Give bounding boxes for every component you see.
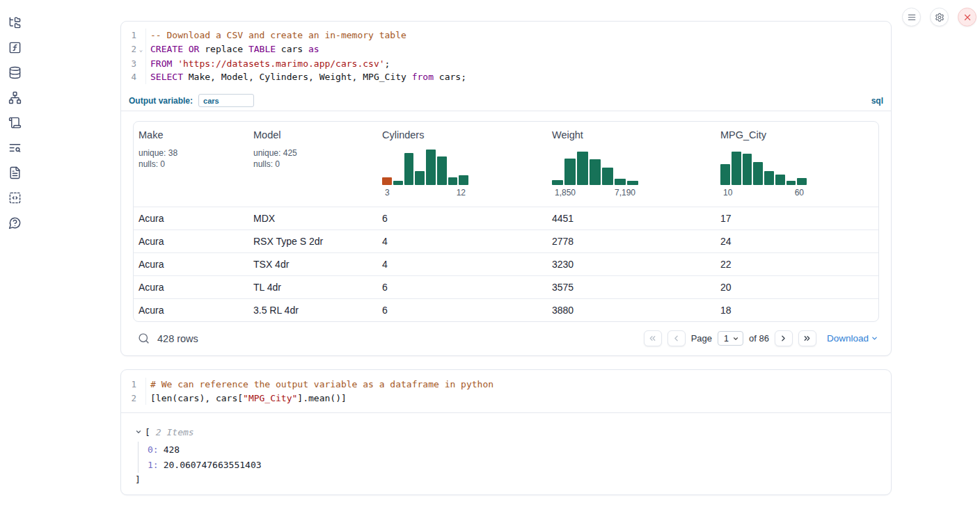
python-cell: 1# We can reference the output variable … bbox=[120, 369, 892, 495]
histogram-bar[interactable] bbox=[426, 150, 436, 184]
gear-icon[interactable] bbox=[930, 8, 949, 26]
output-variable-input[interactable] bbox=[198, 94, 254, 107]
column-histogram: 312 bbox=[382, 149, 468, 198]
data-table: Makeunique: 38nulls: 0Modelunique: 425nu… bbox=[133, 121, 879, 322]
function-icon[interactable] bbox=[7, 40, 23, 56]
page-select-value: 1 bbox=[724, 334, 729, 344]
scroll-icon[interactable] bbox=[7, 115, 23, 131]
table-row[interactable]: AcuraMDX6445117 bbox=[134, 207, 878, 230]
table-cell: 18 bbox=[716, 305, 878, 316]
histogram-bars bbox=[720, 149, 807, 185]
close-icon[interactable] bbox=[958, 8, 977, 26]
page-select[interactable]: 1 bbox=[718, 331, 743, 346]
log-search-icon[interactable] bbox=[7, 140, 23, 156]
histogram-bar[interactable] bbox=[415, 171, 425, 185]
table-row[interactable]: AcuraTL 4dr6357520 bbox=[134, 275, 878, 298]
column-name: Weight bbox=[552, 129, 716, 140]
histogram-bar[interactable] bbox=[764, 171, 774, 185]
histogram-bar[interactable] bbox=[602, 168, 613, 185]
menu-icon[interactable] bbox=[902, 8, 921, 26]
code-text: [len(cars), cars["MPG_City"].mean()] bbox=[146, 392, 347, 405]
histogram-min-label: 10 bbox=[723, 188, 732, 198]
histogram-bar[interactable] bbox=[564, 159, 576, 184]
last-page-button[interactable] bbox=[798, 330, 816, 346]
code-line: 2⌄CREATE OR replace TABLE cars as bbox=[121, 42, 891, 57]
histogram-bar[interactable] bbox=[732, 152, 741, 185]
dependency-graph-icon[interactable] bbox=[7, 90, 23, 106]
column-name: Cylinders bbox=[382, 129, 547, 140]
table-row[interactable]: AcuraRSX Type S 2dr4277824 bbox=[134, 230, 878, 252]
histogram-bar[interactable] bbox=[797, 178, 807, 185]
table-row[interactable]: AcuraTSX 4dr4323022 bbox=[134, 252, 878, 275]
list-index: 1: bbox=[148, 460, 159, 470]
table-row[interactable]: Acura3.5 RL 4dr6388018 bbox=[134, 298, 878, 321]
histogram-max-label: 7,190 bbox=[615, 188, 635, 198]
histogram-bar[interactable] bbox=[393, 181, 403, 185]
histogram-bar[interactable] bbox=[577, 152, 588, 185]
table-cell: 3880 bbox=[547, 305, 716, 316]
document-icon[interactable] bbox=[7, 165, 23, 181]
download-button[interactable]: Download bbox=[827, 333, 878, 344]
column-header-mpg_city[interactable]: MPG_City1060 bbox=[716, 122, 878, 207]
table-cell: Acura bbox=[134, 213, 248, 224]
table-cell: RSX Type S 2dr bbox=[248, 236, 377, 247]
next-page-button[interactable] bbox=[775, 330, 793, 346]
histogram-bar[interactable] bbox=[552, 180, 563, 185]
histogram-bar[interactable] bbox=[753, 162, 763, 185]
sql-cell: 1-- Download a CSV and create an in-memo… bbox=[120, 21, 892, 356]
histogram-min-label: 3 bbox=[385, 188, 390, 198]
fold-spacer bbox=[136, 378, 145, 392]
code-line: 4SELECT Make, Model, Cylinders, Weight, … bbox=[121, 70, 891, 84]
histogram-min-label: 1,850 bbox=[555, 188, 576, 198]
histogram-bar[interactable] bbox=[627, 181, 638, 185]
row-count: 428 rows bbox=[157, 333, 198, 344]
histogram-bar[interactable] bbox=[775, 175, 785, 185]
table-cell: Acura bbox=[134, 259, 248, 270]
line-number: 3 bbox=[121, 57, 136, 71]
sql-code-editor[interactable]: 1-- Download a CSV and create an in-memo… bbox=[121, 22, 891, 91]
database-icon[interactable] bbox=[7, 65, 23, 81]
fold-chevron-icon[interactable]: ⌄ bbox=[136, 42, 145, 57]
help-icon[interactable] bbox=[7, 215, 23, 231]
column-header-cylinders[interactable]: Cylinders312 bbox=[377, 122, 547, 207]
tree-collapse-icon[interactable] bbox=[135, 428, 145, 435]
list-item: 1: 20.060747663551403 bbox=[148, 458, 891, 474]
gutter: 1 bbox=[121, 29, 146, 42]
column-header-model[interactable]: Modelunique: 425nulls: 0 bbox=[248, 122, 377, 207]
first-page-button[interactable] bbox=[644, 330, 662, 346]
python-code-editor[interactable]: 1# We can reference the output variable … bbox=[121, 370, 891, 413]
tree-children: 0: 428 1: 20.060747663551403 bbox=[138, 442, 891, 473]
histogram-bar[interactable] bbox=[437, 156, 447, 185]
column-stat: nulls: 0 bbox=[139, 159, 248, 170]
column-header-weight[interactable]: Weight1,8507,190 bbox=[547, 122, 716, 207]
histogram-bar[interactable] bbox=[787, 181, 796, 185]
code-text: FROM 'https://datasets.marimo.app/cars.c… bbox=[146, 57, 390, 71]
snippets-icon[interactable] bbox=[7, 190, 23, 206]
table-cell: Acura bbox=[134, 305, 248, 316]
table-cell: MDX bbox=[248, 213, 377, 224]
histogram-bar[interactable] bbox=[404, 153, 414, 185]
histogram-bar[interactable] bbox=[459, 175, 468, 185]
language-badge: sql bbox=[871, 96, 883, 106]
column-histogram: 1,8507,190 bbox=[552, 149, 638, 198]
histogram-bar[interactable] bbox=[720, 164, 730, 185]
histogram-bar[interactable] bbox=[448, 177, 458, 184]
table-cell: 3.5 RL 4dr bbox=[248, 305, 377, 316]
table-cell: 3230 bbox=[547, 259, 716, 270]
histogram-bar[interactable] bbox=[590, 159, 601, 184]
gutter: 2 bbox=[121, 392, 146, 405]
table-footer: 428 rows Page 1 of 86 bbox=[133, 328, 879, 349]
histogram-bar[interactable] bbox=[743, 154, 752, 185]
code-text: -- Download a CSV and create an in-memor… bbox=[146, 29, 406, 42]
histogram-bar[interactable] bbox=[615, 179, 626, 184]
prev-page-button[interactable] bbox=[667, 330, 686, 346]
close-bracket: ] bbox=[135, 474, 891, 490]
histogram-bar[interactable] bbox=[382, 177, 392, 184]
code-text: SELECT Make, Model, Cylinders, Weight, M… bbox=[146, 70, 466, 84]
column-header-make[interactable]: Makeunique: 38nulls: 0 bbox=[134, 122, 248, 207]
search-icon[interactable] bbox=[138, 332, 150, 344]
python-cell-output: [ 2 Items 0: 428 1: 20.060747663551403 ] bbox=[121, 413, 891, 490]
code-line: 3FROM 'https://datasets.marimo.app/cars.… bbox=[121, 57, 891, 71]
file-tree-icon[interactable] bbox=[7, 15, 23, 31]
open-bracket: [ bbox=[145, 427, 150, 437]
